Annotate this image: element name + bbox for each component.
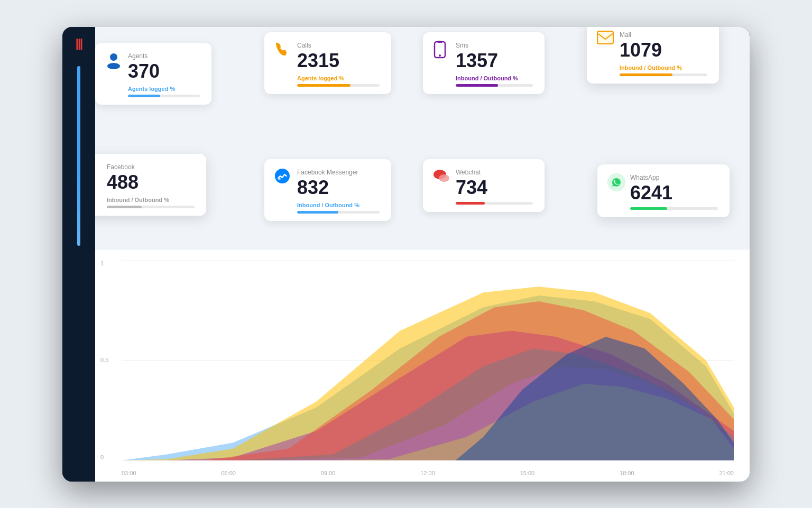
sms-card: Sms 1357 Inbound / Outbound % — [423, 32, 545, 95]
svg-point-1 — [107, 63, 120, 69]
y-label-0: 0 — [100, 454, 108, 460]
svg-rect-5 — [597, 31, 613, 44]
mail-text: Mail 1079 Inbound / Outbound % — [620, 31, 707, 77]
calls-value: 2315 — [297, 50, 380, 71]
x-label-0600: 06:00 — [221, 470, 236, 476]
fbmessenger-value: 832 — [297, 177, 380, 198]
sms-value: 1357 — [456, 50, 533, 71]
fbmessenger-progress-fill — [297, 211, 338, 214]
chart-y-labels: 1 0.5 0 — [100, 260, 108, 460]
mail-value: 1079 — [620, 40, 707, 61]
sidebar-accent-bar — [77, 66, 80, 246]
agents-card: Agents 370 Agents logged % — [95, 43, 211, 105]
facebook-sub-label: Inbound / Outbound % — [107, 197, 195, 203]
sms-progress-fill — [456, 84, 498, 87]
agents-progress-fill — [128, 95, 160, 97]
webchat-label: Webchat — [456, 169, 533, 176]
svg-point-6 — [275, 169, 290, 183]
whatsapp-icon — [607, 173, 626, 196]
svg-rect-3 — [437, 41, 442, 43]
whatsapp-card: WhatsApp 6241 — [597, 164, 730, 218]
mail-icon — [596, 30, 614, 49]
mail-sub-label: Inbound / Outbound % — [620, 64, 707, 71]
whatsapp-text: WhatsApp 6241 — [630, 174, 718, 210]
webchat-value: 734 — [456, 177, 533, 198]
webchat-text: Webchat 734 — [456, 169, 533, 205]
calls-label: Calls — [297, 42, 380, 49]
mail-card: Mail 1079 Inbound / Outbound % — [587, 27, 719, 84]
sms-icon — [432, 41, 447, 62]
mail-progress-wrap — [620, 73, 707, 76]
calls-card: Calls 2315 Agents logged % — [264, 32, 391, 95]
x-label-1800: 18:00 — [620, 470, 634, 476]
sms-progress-wrap — [456, 84, 533, 87]
sms-sub-label: Inbound / Outbound % — [456, 75, 533, 81]
x-label-0900: 09:00 — [321, 470, 336, 476]
webchat-progress-fill — [456, 202, 485, 205]
chart-container: 1 0.5 0 — [95, 250, 750, 482]
chart-svg — [122, 260, 734, 460]
facebook-text: Facebook 488 Inbound / Outbound % — [107, 163, 195, 209]
facebook-progress-fill — [107, 206, 142, 208]
sms-label: Sms — [456, 42, 533, 49]
webchat-card: Webchat 734 — [423, 159, 545, 213]
chart-area: 1 0.5 0 — [95, 249, 750, 482]
agents-icon — [105, 51, 123, 73]
agents-text: Agents 370 Agents logged % — [128, 52, 200, 98]
fbmessenger-label: Facebook Messenger — [297, 169, 380, 176]
whatsapp-progress-fill — [630, 207, 667, 210]
webchat-icon — [432, 168, 450, 188]
agents-progress-wrap — [128, 95, 200, 97]
svg-point-0 — [110, 53, 117, 61]
agents-value: 370 — [128, 61, 200, 82]
svg-point-4 — [439, 54, 441, 57]
calls-icon — [274, 41, 291, 61]
fbmessenger-card: Facebook Messenger 832 Inbound / Outboun… — [264, 159, 391, 221]
mail-label: Mail — [620, 31, 707, 39]
chart-x-labels: 03:00 06:00 09:00 12:00 15:00 18:00 21:0… — [122, 470, 734, 476]
calls-sub-label: Agents logged % — [297, 75, 380, 81]
x-label-2100: 21:00 — [719, 470, 734, 476]
fbmessenger-sub-label: Inbound / Outbound % — [297, 202, 380, 208]
x-label-1200: 12:00 — [420, 470, 435, 476]
whatsapp-value: 6241 — [630, 182, 718, 204]
sidebar: ||| — [62, 27, 95, 482]
screen-wrapper: ||| Agents 370 Agen — [62, 27, 750, 482]
webchat-progress-wrap — [456, 202, 533, 205]
calls-text: Calls 2315 Agents logged % — [297, 42, 380, 87]
calls-progress-wrap — [297, 84, 380, 87]
fbmessenger-text: Facebook Messenger 832 Inbound / Outboun… — [297, 169, 380, 214]
x-label-0300: 03:00 — [122, 470, 136, 476]
sms-text: Sms 1357 Inbound / Outbound % — [456, 42, 533, 87]
mail-progress-fill — [620, 73, 672, 76]
y-label-1: 1 — [100, 260, 108, 266]
x-label-1500: 15:00 — [520, 470, 535, 476]
agents-label: Agents — [128, 52, 200, 60]
main-content: Agents 370 Agents logged % — [95, 27, 750, 482]
facebook-value: 488 — [107, 172, 195, 193]
facebook-label: Facebook — [107, 163, 195, 171]
svg-point-9 — [439, 174, 449, 182]
agents-sub-label: Agents logged % — [128, 86, 200, 92]
app-logo: ||| — [76, 36, 82, 50]
whatsapp-progress-wrap — [630, 207, 718, 210]
fbmessenger-progress-wrap — [297, 211, 380, 214]
facebook-progress-wrap — [107, 206, 195, 208]
calls-progress-fill — [297, 84, 350, 87]
screen-inner: ||| Agents 370 Agen — [62, 27, 750, 482]
whatsapp-label: WhatsApp — [630, 174, 718, 181]
cards-area: Agents 370 Agents logged % — [95, 27, 750, 249]
fbmessenger-icon — [274, 168, 291, 188]
y-label-05: 0.5 — [100, 357, 108, 363]
